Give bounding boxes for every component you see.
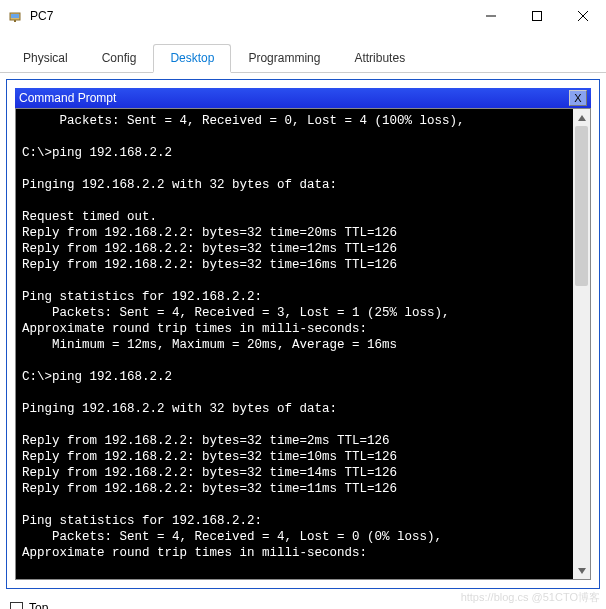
tab-label: Physical — [23, 51, 68, 65]
app-icon — [8, 8, 24, 24]
svg-rect-1 — [11, 14, 19, 18]
command-prompt-title: Command Prompt — [19, 91, 116, 105]
bottom-bar: Top — [0, 595, 606, 609]
scroll-down-button[interactable] — [573, 562, 590, 579]
window-controls — [468, 0, 606, 32]
tab-label: Programming — [248, 51, 320, 65]
command-prompt-close-button[interactable]: X — [569, 90, 587, 106]
tab-label: Desktop — [170, 51, 214, 65]
tab-attributes[interactable]: Attributes — [337, 44, 422, 72]
tab-physical[interactable]: Physical — [6, 44, 85, 72]
svg-marker-7 — [578, 115, 586, 121]
terminal-container: Packets: Sent = 4, Received = 0, Lost = … — [15, 108, 591, 580]
svg-marker-8 — [578, 568, 586, 574]
maximize-button[interactable] — [514, 0, 560, 32]
top-checkbox[interactable] — [10, 602, 23, 610]
svg-rect-4 — [533, 12, 542, 21]
window-titlebar: PC7 — [0, 0, 606, 32]
scroll-track[interactable] — [573, 126, 590, 562]
tab-programming[interactable]: Programming — [231, 44, 337, 72]
scroll-thumb[interactable] — [575, 126, 588, 286]
scroll-up-button[interactable] — [573, 109, 590, 126]
svg-rect-2 — [14, 20, 16, 22]
command-prompt-titlebar: Command Prompt X — [15, 88, 591, 108]
close-button[interactable] — [560, 0, 606, 32]
content-frame: Command Prompt X Packets: Sent = 4, Rece… — [6, 79, 600, 589]
tab-label: Attributes — [354, 51, 405, 65]
terminal-output[interactable]: Packets: Sent = 4, Received = 0, Lost = … — [16, 109, 573, 579]
tab-config[interactable]: Config — [85, 44, 154, 72]
window-title: PC7 — [30, 9, 53, 23]
top-label: Top — [29, 601, 48, 609]
scrollbar — [573, 109, 590, 579]
tabs-bar: Physical Config Desktop Programming Attr… — [0, 32, 606, 73]
tab-label: Config — [102, 51, 137, 65]
tab-desktop[interactable]: Desktop — [153, 44, 231, 73]
minimize-button[interactable] — [468, 0, 514, 32]
